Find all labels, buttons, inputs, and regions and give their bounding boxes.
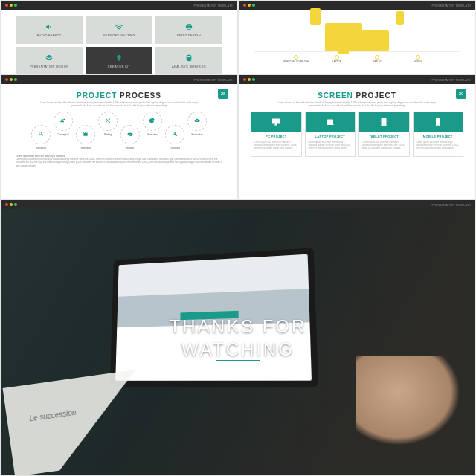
box-desc: Lorem Ipsum has been the industry's stan… [251,141,301,156]
process-circle-6: Publishing [165,125,184,144]
slide-1: PRESENTATION TEMPLATE AUDIO EFFECTNETWOR… [0,0,238,74]
tile-5[interactable]: ANALISYS SERVICES [155,47,222,75]
bullet-icon [294,55,298,60]
tile-label: PRESENTATION DESIGN [30,65,69,68]
accent-line [216,360,260,361]
device-item-1: LAPTOP [317,55,358,63]
footer-text: PRESENTATION TEMPLATE [432,4,471,7]
subtitle: Lorem Ipsum has been the industry's stan… [1,101,237,112]
shuffle-icon [105,118,111,125]
topbar: PRESENTATION TEMPLATE [239,1,475,10]
tablet-icon [359,112,409,132]
laptop-icon [306,112,356,132]
thanks-title: THANKS FORWATCHING [170,315,307,361]
process-circle-3: Briefing [98,112,118,131]
subtitle: Lorem Ipsum has been the industry's stan… [239,101,475,112]
process-circle-0: Brainstorm [31,125,51,144]
cloud-icon [194,118,200,125]
hands-photo [356,356,460,446]
slide-4: PRESENTATION TEMPLATE 29 SCREEN PROJECT … [238,74,476,199]
circle-label: Execution [147,133,157,136]
pie-icon [149,118,155,125]
meet-icon [60,118,66,125]
tile-label: AUDIO EFFECT [37,33,62,37]
tile-label: ANALISYS SERVICES [172,65,206,68]
db-icon [185,54,193,63]
circle-label: Conceptual [57,133,68,136]
print2-icon [127,131,133,138]
tile-4[interactable]: CREATIVE KIT [86,47,152,75]
bullet-icon [375,55,379,60]
screen-box-3: MOBILE PROJECTLorem Ipsum has been the i… [413,112,464,157]
slide-2: PRESENTATION TEMPLATE PERSONAL COMPUTERL… [238,0,476,74]
process-circle-1: Conceptual [54,112,73,131]
circle-label: Briefing [104,133,112,136]
device-label: MOBILE [414,60,422,63]
bulb-icon [115,54,123,63]
box-desc: Lorem Ipsum has been the industry's stan… [414,141,463,156]
bullet-icon [416,55,420,60]
tile-1[interactable]: NETWORK SETTING [86,16,152,44]
paper-photo [3,370,148,476]
page-number: 28 [218,89,228,99]
layers-icon [45,54,53,63]
monitor-icon [251,112,301,132]
topbar: PRESENTATION TEMPLATE [1,1,237,10]
device-label: TABLET [373,60,382,63]
device-item-2: TABLET [357,55,398,63]
screen-box-0: PC PROJECTLorem Ipsum has been the indus… [251,112,302,157]
circle-label: Brainstorm [36,147,47,149]
circle-label: Review [126,147,134,149]
volume-icon [45,23,53,32]
device-item-3: MOBILE [398,55,439,63]
box-desc: Lorem Ipsum has been the industry's stan… [306,141,356,156]
tools-icon [172,131,178,138]
mobile-icon [414,112,463,132]
slide-title: PROJECT PROCESS [1,84,237,101]
slide-title: SCREEN PROJECT [239,84,475,101]
tile-0[interactable]: AUDIO EFFECT [16,16,83,44]
slide-5: PRESENTATION TEMPLATE THANKS FORWATCHING [0,199,476,476]
process-circle-4: Review [120,125,140,144]
page-number: 29 [456,89,466,99]
circle-label: Finalization [191,133,202,136]
tile-label: NETWORK SETTING [103,33,135,37]
circle-label: Sketching [80,147,90,149]
tile-2[interactable]: PRINT DESIGN [155,16,222,44]
device-item-0: PERSONAL COMPUTER [276,55,317,63]
device-label: LAPTOP [332,60,341,63]
tile-label: CREATIVE KIT [108,65,131,68]
print-icon [185,23,193,32]
device-graphic [239,10,475,51]
process-circle-2: Sketching [76,125,95,144]
footer-text: PRESENTATION TEMPLATE [194,4,233,7]
search-icon [38,131,44,138]
device-label: PERSONAL COMPUTER [283,60,309,63]
process-circle-7: Finalization [187,112,207,131]
bullet-icon [335,55,339,60]
wifi-icon [115,23,123,32]
screen-box-2: TABLET PROJECTLorem Ipsum has been the i… [358,112,410,157]
tile-label: PRINT DESIGN [177,33,201,37]
tile-3[interactable]: PRESENTATION DESIGN [16,47,83,75]
circle-label: Publishing [170,147,180,149]
process-circle-5: Execution [143,112,162,131]
slide-3: PRESENTATION TEMPLATE 28 PROJECT PROCESS… [0,74,238,199]
box-desc: Lorem Ipsum has been the industry's stan… [359,141,409,156]
screen-box-1: LAPTOP PROJECTLorem Ipsum has been the i… [305,112,356,157]
film-icon [83,131,89,138]
